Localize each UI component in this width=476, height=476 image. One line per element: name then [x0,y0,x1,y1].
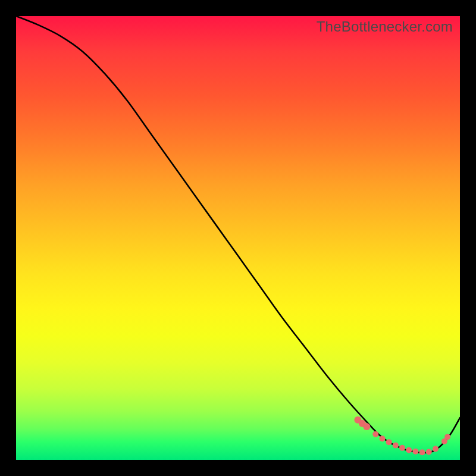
marker-dot [406,447,412,453]
marker-dot [379,436,385,441]
marker-dot [426,449,432,455]
watermark-text: TheBottlenecker.com [317,18,453,35]
marker-dot [444,434,450,440]
marker-dot [412,449,418,455]
marker-dot [433,446,439,452]
marker-dot [393,442,399,448]
marker-group [354,416,450,455]
marker-dot [419,449,425,455]
marker-dot [386,439,392,445]
marker-dot [363,423,370,430]
marker-dot [372,431,378,437]
bottleneck-curve [16,16,460,453]
chart-frame: TheBottlenecker.com [16,16,460,460]
marker-dot [399,445,405,451]
chart-svg [16,16,460,460]
